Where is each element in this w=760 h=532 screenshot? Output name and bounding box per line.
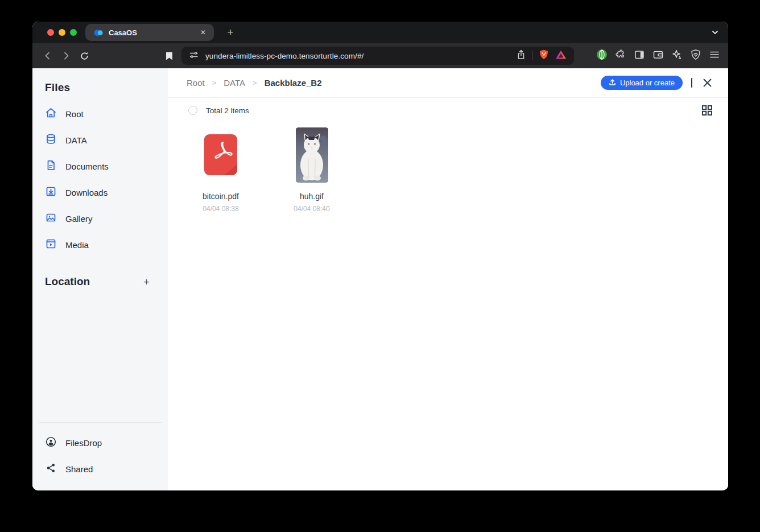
sidebar-item-label: DATA bbox=[65, 135, 87, 145]
file-date: 04/04 08:40 bbox=[294, 205, 329, 213]
header-separator bbox=[691, 78, 692, 88]
upload-icon bbox=[609, 79, 616, 88]
menu-hamburger-icon[interactable] bbox=[709, 49, 720, 63]
browser-window: CasaOS ✕ + yundera-limit bbox=[32, 22, 728, 490]
files-heading: Files bbox=[45, 81, 168, 94]
sidebar-item-downloads[interactable]: Downloads bbox=[45, 179, 168, 205]
sidebar-item-label: Gallery bbox=[65, 214, 93, 224]
sidebar-item-label: FilesDrop bbox=[65, 438, 102, 448]
select-all-checkbox[interactable] bbox=[188, 106, 197, 115]
file-browser-main: Root > DATA > Backblaze_B2 Upload or cre… bbox=[168, 68, 728, 490]
breadcrumb-root[interactable]: Root bbox=[187, 78, 205, 88]
location-heading: Location bbox=[45, 275, 90, 288]
zoom-window-button[interactable] bbox=[70, 29, 77, 36]
bookmarks-button[interactable] bbox=[162, 51, 176, 61]
file-name: bitcoin.pdf bbox=[203, 192, 239, 201]
minimize-window-button[interactable] bbox=[59, 29, 65, 36]
file-tile-huh-gif[interactable]: huh.gif 04/04 08:40 bbox=[278, 127, 346, 213]
file-tile-bitcoin-pdf[interactable]: bitcoin.pdf 04/04 08:38 bbox=[187, 127, 255, 213]
filesdrop-icon bbox=[45, 436, 57, 450]
breadcrumb-separator: > bbox=[212, 79, 217, 87]
share-icon bbox=[45, 462, 57, 476]
casaos-favicon-icon bbox=[93, 27, 104, 38]
forward-button[interactable] bbox=[59, 48, 73, 63]
sidebar-bottom-section: FilesDrop Shared bbox=[39, 422, 162, 490]
vpn-shield-icon[interactable] bbox=[690, 49, 701, 63]
document-icon bbox=[45, 159, 57, 174]
url-text[interactable]: yundera-limitless-pc-demo.tensorturtle.c… bbox=[205, 52, 364, 60]
sidebar-item-documents[interactable]: Documents bbox=[45, 153, 168, 179]
tab-search-chevron-icon[interactable] bbox=[711, 28, 719, 39]
leo-ai-sparkle-icon[interactable] bbox=[671, 49, 683, 63]
breadcrumb-current: Backblaze_B2 bbox=[265, 78, 322, 88]
browser-tab-bar: CasaOS ✕ + bbox=[32, 22, 728, 43]
file-grid: bitcoin.pdf 04/04 08:38 bbox=[168, 127, 728, 213]
sidebar-item-filesdrop[interactable]: FilesDrop bbox=[45, 430, 162, 456]
sidebar-item-label: Media bbox=[65, 240, 89, 250]
traffic-lights bbox=[47, 29, 77, 36]
reload-button[interactable] bbox=[77, 48, 92, 63]
grid-view-icon[interactable] bbox=[701, 104, 713, 117]
file-list-toolbar: Total 2 items bbox=[168, 98, 728, 123]
breadcrumb-data[interactable]: DATA bbox=[224, 78, 245, 88]
sidebar-item-label: Root bbox=[65, 109, 84, 119]
tab-close-icon[interactable]: ✕ bbox=[198, 27, 208, 38]
breadcrumb-separator: > bbox=[253, 79, 257, 87]
sidebar-item-label: Downloads bbox=[65, 188, 108, 197]
url-bar[interactable]: yundera-limitless-pc-demo.tensorturtle.c… bbox=[181, 47, 574, 65]
file-name: huh.gif bbox=[300, 192, 324, 201]
sidebar-item-gallery[interactable]: Gallery bbox=[45, 205, 168, 232]
site-settings-icon[interactable] bbox=[189, 50, 199, 62]
sidebar-item-data[interactable]: DATA bbox=[45, 127, 168, 153]
download-icon bbox=[45, 185, 57, 200]
file-browser-header: Root > DATA > Backblaze_B2 Upload or cre… bbox=[168, 68, 728, 98]
new-tab-button[interactable]: + bbox=[224, 26, 237, 39]
sidebar-item-shared[interactable]: Shared bbox=[45, 456, 162, 482]
brave-rewards-icon[interactable] bbox=[555, 50, 567, 62]
breadcrumb: Root > DATA > Backblaze_B2 bbox=[187, 78, 322, 88]
gallery-icon bbox=[45, 212, 57, 226]
total-items-label: Total 2 items bbox=[206, 106, 249, 115]
sidebar-panel-icon[interactable] bbox=[634, 49, 645, 63]
add-location-button[interactable]: + bbox=[140, 275, 153, 288]
tab-title: CasaOS bbox=[109, 28, 198, 37]
files-sidebar: Files Root bbox=[32, 68, 168, 490]
home-icon bbox=[45, 107, 57, 121]
database-icon bbox=[45, 133, 57, 147]
share-page-icon[interactable] bbox=[517, 50, 526, 62]
browser-toolbar: yundera-limitless-pc-demo.tensorturtle.c… bbox=[32, 43, 728, 68]
tab-casaos[interactable]: CasaOS ✕ bbox=[85, 24, 214, 41]
sidebar-item-label: Shared bbox=[65, 464, 93, 474]
wallet-icon[interactable] bbox=[652, 49, 664, 63]
sidebar-item-media[interactable]: Media bbox=[45, 232, 168, 258]
upload-or-create-button[interactable]: Upload or create bbox=[601, 76, 683, 90]
file-date: 04/04 08:38 bbox=[203, 205, 238, 213]
sidebar-item-label: Documents bbox=[65, 162, 109, 171]
tor-status-icon[interactable] bbox=[596, 49, 608, 63]
media-icon bbox=[45, 238, 57, 252]
extensions-puzzle-icon[interactable] bbox=[615, 49, 626, 63]
brave-shields-icon[interactable] bbox=[539, 49, 549, 63]
sidebar-item-root[interactable]: Root bbox=[45, 101, 168, 127]
gif-thumbnail-cat-image bbox=[296, 127, 328, 185]
close-icon[interactable] bbox=[701, 77, 713, 89]
back-button[interactable] bbox=[40, 48, 55, 63]
upload-button-label: Upload or create bbox=[620, 79, 675, 87]
pdf-file-icon bbox=[204, 134, 237, 178]
close-window-button[interactable] bbox=[47, 29, 54, 36]
